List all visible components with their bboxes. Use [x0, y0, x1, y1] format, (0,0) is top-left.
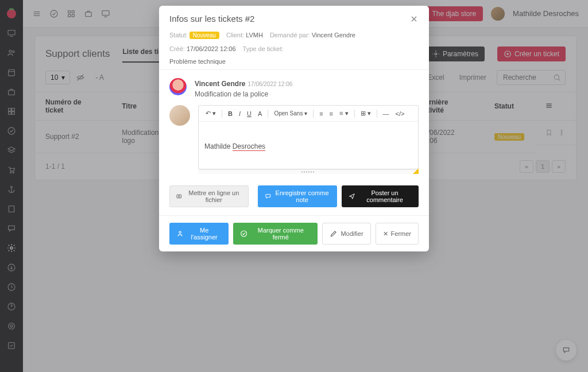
save-note-button[interactable]: Enregistrer comme note [258, 185, 337, 207]
list-ul-icon[interactable]: ≡ [317, 109, 325, 118]
close-button[interactable]: ✕ Fermer [376, 223, 419, 245]
ticket-modal: Infos sur les tickets #2 Statut: Nouveau… [159, 6, 429, 251]
svg-point-55 [241, 231, 247, 237]
font-dropdown[interactable]: Open Sans ▾ [272, 109, 310, 118]
underline-button[interactable]: U [245, 109, 254, 118]
bold-button[interactable]: B [226, 109, 235, 118]
upload-button[interactable]: Mettre en ligne un fichier [169, 185, 249, 207]
italic-button[interactable]: I [237, 109, 243, 118]
undo-icon[interactable]: ↶ ▾ [203, 108, 218, 118]
commenter-avatar [169, 78, 187, 95]
post-comment-button[interactable]: Poster un commentaire [342, 185, 419, 207]
corner-marker-icon [413, 168, 419, 174]
mark-closed-button[interactable]: Marquer comme fermé [233, 223, 318, 245]
hr-icon[interactable]: — [381, 109, 392, 118]
svg-rect-52 [177, 195, 181, 198]
modal-title: Infos sur les tickets #2 [169, 14, 254, 24]
modal-overlay: Infos sur les tickets #2 Statut: Nouveau… [0, 0, 588, 372]
rich-editor: ↶ ▾ B I U A Open Sans ▾ ≡ ≡ ≡ ▾ ⊞ ▾ [198, 105, 419, 169]
svg-point-53 [178, 196, 180, 197]
code-icon[interactable]: </> [393, 109, 407, 118]
table-icon[interactable]: ⊞ ▾ [358, 108, 373, 118]
assign-me-button[interactable]: Me l'assigner [169, 223, 229, 245]
svg-point-54 [179, 231, 181, 233]
close-icon[interactable] [409, 14, 419, 24]
editor-textarea[interactable]: Mathilde Desroches [199, 122, 418, 169]
comment-item: Vincent Gendre17/06/2022 12:06 Modificat… [159, 70, 429, 103]
editor-avatar [169, 105, 190, 126]
resize-handle[interactable] [198, 169, 419, 174]
edit-button[interactable]: Modifier [322, 223, 370, 245]
color-button[interactable]: A [256, 109, 264, 118]
ticket-meta: Statut: Nouveau Client: LVMH Demandé par… [159, 32, 429, 70]
align-icon[interactable]: ≡ ▾ [337, 108, 350, 118]
list-ol-icon[interactable]: ≡ [327, 109, 335, 118]
